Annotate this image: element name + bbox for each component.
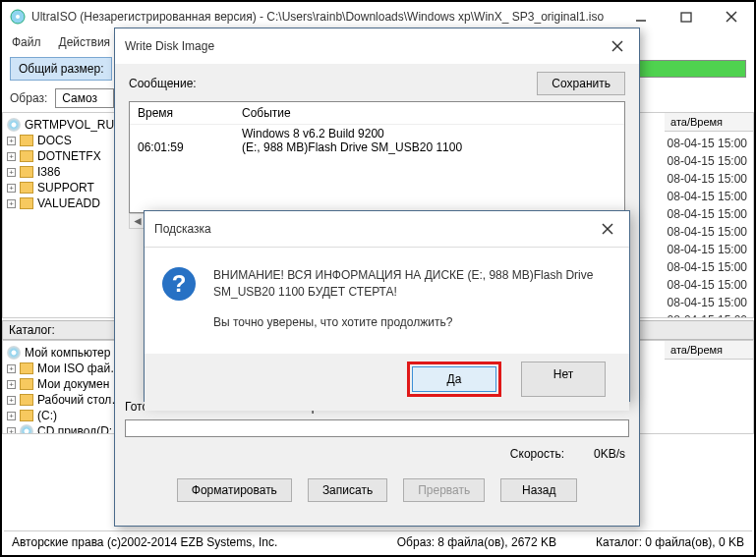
yes-button[interactable]: Да bbox=[412, 366, 496, 392]
folder-icon bbox=[20, 182, 33, 194]
expand-icon[interactable]: + bbox=[7, 137, 16, 145]
tree-item[interactable]: +VALUEADD bbox=[7, 195, 115, 211]
svg-rect-3 bbox=[681, 13, 691, 22]
confirm-dialog: Подсказка ? ВНИМАНИЕ! ВСЯ ИНФОРМАЦИЯ НА … bbox=[144, 210, 630, 402]
menu-actions[interactable]: Действия bbox=[59, 35, 111, 49]
dialog-title: Write Disk Image bbox=[125, 39, 606, 53]
menu-file[interactable]: Файл bbox=[12, 35, 41, 49]
question-icon: ? bbox=[162, 267, 196, 301]
confirm-close-button[interactable] bbox=[596, 217, 619, 241]
close-button[interactable] bbox=[709, 2, 754, 31]
status-copyright: Авторские права (c)2002-2014 EZB Systems… bbox=[12, 535, 358, 549]
image-mode-combo[interactable]: Самоз bbox=[55, 88, 114, 108]
save-button[interactable]: Сохранить bbox=[537, 72, 625, 95]
confirm-title: Подсказка bbox=[154, 222, 596, 236]
folder-icon bbox=[20, 166, 33, 178]
folder-icon bbox=[20, 197, 33, 209]
col-time[interactable]: Время bbox=[138, 106, 242, 120]
date-column: 08-04-15 15:0008-04-15 15:0008-04-15 15:… bbox=[668, 135, 747, 318]
back-button[interactable]: Назад bbox=[500, 478, 577, 502]
catalog-item[interactable]: +(C:) bbox=[7, 408, 115, 423]
app-icon bbox=[10, 9, 26, 25]
status-image: Образ: 8 файла(ов), 2672 KB bbox=[397, 535, 556, 549]
expand-icon[interactable]: + bbox=[7, 152, 16, 161]
format-button[interactable]: Форматировать bbox=[177, 478, 292, 502]
tree-item[interactable]: +DOTNETFX bbox=[7, 148, 115, 164]
catalog-item[interactable]: +Мои докумен bbox=[7, 376, 115, 392]
window-title: UltraISO (Незарегистрированная версия) -… bbox=[31, 10, 618, 24]
maximize-button[interactable] bbox=[664, 2, 709, 31]
speed-label: Скорость: bbox=[510, 447, 564, 461]
speed-value: 0KB/s bbox=[594, 447, 625, 461]
tree-item[interactable]: +SUPPORT bbox=[7, 180, 115, 195]
expand-icon[interactable]: + bbox=[7, 168, 16, 177]
column-header-date[interactable]: ата/Время bbox=[665, 113, 753, 132]
catalog-item[interactable]: +Мои ISO фай… bbox=[7, 361, 115, 376]
image-label: Образ: bbox=[10, 91, 47, 105]
abort-button: Прервать bbox=[403, 478, 485, 502]
message-label: Сообщение: bbox=[129, 77, 537, 90]
catalog-item[interactable]: +Рабочий стол… bbox=[7, 392, 115, 408]
svg-point-1 bbox=[16, 15, 20, 19]
log-list: Время Событие Windows 8 v6.2 Build 9200 … bbox=[129, 101, 625, 213]
computer-icon bbox=[7, 346, 21, 360]
confirm-question: Вы точно уверены, что хотите продолжить? bbox=[213, 314, 611, 331]
tree-pane: GRTMPVOL_RU +DOCS +DOTNETFX +I386 +SUPPO… bbox=[2, 112, 120, 318]
log-row: 06:01:59(E:, 988 MB)Flash Drive SM_USB20… bbox=[138, 140, 616, 154]
col-event[interactable]: Событие bbox=[242, 106, 291, 120]
dialog-close-button[interactable] bbox=[606, 34, 629, 58]
progress-bar bbox=[125, 419, 629, 437]
log-row: Windows 8 v6.2 Build 9200 bbox=[138, 127, 616, 140]
catalog-item[interactable]: Мой компьютер bbox=[7, 345, 115, 361]
total-size-tab[interactable]: Общий размер: bbox=[10, 57, 112, 81]
tree-item[interactable]: +I386 bbox=[7, 164, 115, 180]
catalog-item[interactable]: +CD привод(D: bbox=[7, 423, 115, 434]
no-button[interactable]: Нет bbox=[521, 362, 606, 397]
column-header-date[interactable]: ата/Время bbox=[665, 341, 753, 360]
yes-highlight: Да bbox=[407, 362, 501, 397]
catalog-tree-pane: Мой компьютер +Мои ISO фай… +Мои докумен… bbox=[2, 340, 120, 434]
expand-icon[interactable]: + bbox=[7, 184, 16, 193]
tree-item[interactable]: +DOCS bbox=[7, 133, 115, 148]
status-catalog: Каталог: 0 файла(ов), 0 KB bbox=[596, 535, 744, 549]
confirm-warning: ВНИМАНИЕ! ВСЯ ИНФОРМАЦИЯ НА ДИСКЕ (E:, 9… bbox=[213, 267, 611, 301]
folder-icon bbox=[20, 150, 33, 162]
cd-icon bbox=[7, 118, 21, 132]
tree-root[interactable]: GRTMPVOL_RU bbox=[7, 117, 115, 133]
write-button[interactable]: Записать bbox=[308, 478, 387, 502]
folder-icon bbox=[20, 135, 33, 146]
expand-icon[interactable]: + bbox=[7, 199, 16, 208]
